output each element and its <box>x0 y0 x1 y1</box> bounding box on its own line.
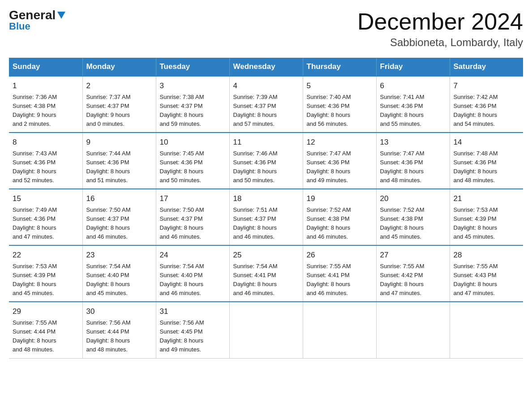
calendar-cell: 9 Sunrise: 7:44 AM Sunset: 4:36 PM Dayli… <box>82 133 156 189</box>
calendar-cell: 13 Sunrise: 7:47 AM Sunset: 4:36 PM Dayl… <box>376 133 450 189</box>
day-number: 8 <box>13 137 79 148</box>
header-wednesday: Wednesday <box>229 58 303 76</box>
day-info: Sunrise: 7:39 AM Sunset: 4:37 PM Dayligh… <box>233 93 299 129</box>
day-number: 6 <box>380 80 446 92</box>
calendar-week-row: 22 Sunrise: 7:53 AM Sunset: 4:39 PM Dayl… <box>9 245 523 302</box>
logo-blue: Blue <box>9 21 30 32</box>
calendar-cell: 16 Sunrise: 7:50 AM Sunset: 4:37 PM Dayl… <box>82 189 156 245</box>
calendar-cell <box>229 302 303 358</box>
day-number: 9 <box>86 137 152 148</box>
header-thursday: Thursday <box>303 58 376 76</box>
day-info: Sunrise: 7:42 AM Sunset: 4:36 PM Dayligh… <box>454 93 520 129</box>
day-number: 24 <box>160 249 226 261</box>
logo: General Blue <box>9 9 66 32</box>
day-info: Sunrise: 7:54 AM Sunset: 4:40 PM Dayligh… <box>86 262 152 298</box>
day-info: Sunrise: 7:54 AM Sunset: 4:41 PM Dayligh… <box>233 262 299 298</box>
day-info: Sunrise: 7:36 AM Sunset: 4:38 PM Dayligh… <box>13 93 79 129</box>
calendar-cell: 11 Sunrise: 7:46 AM Sunset: 4:36 PM Dayl… <box>229 133 303 189</box>
calendar-cell: 24 Sunrise: 7:54 AM Sunset: 4:40 PM Dayl… <box>156 245 229 302</box>
day-number: 1 <box>13 80 79 92</box>
header-friday: Friday <box>376 58 450 76</box>
day-number: 26 <box>307 249 373 261</box>
day-number: 14 <box>454 137 520 148</box>
day-number: 25 <box>233 249 299 261</box>
header-sunday: Sunday <box>9 58 82 76</box>
day-info: Sunrise: 7:41 AM Sunset: 4:36 PM Dayligh… <box>380 93 446 129</box>
day-number: 5 <box>307 80 373 92</box>
calendar-week-row: 15 Sunrise: 7:49 AM Sunset: 4:36 PM Dayl… <box>9 189 523 245</box>
calendar-week-row: 29 Sunrise: 7:55 AM Sunset: 4:44 PM Dayl… <box>9 302 523 358</box>
day-number: 18 <box>233 193 299 205</box>
calendar-cell: 28 Sunrise: 7:55 AM Sunset: 4:43 PM Dayl… <box>450 245 523 302</box>
day-info: Sunrise: 7:50 AM Sunset: 4:37 PM Dayligh… <box>86 206 152 242</box>
day-number: 19 <box>307 193 373 205</box>
day-info: Sunrise: 7:55 AM Sunset: 4:44 PM Dayligh… <box>13 318 79 355</box>
day-number: 17 <box>160 193 226 205</box>
month-title: December 2024 <box>357 9 523 34</box>
calendar-cell: 29 Sunrise: 7:55 AM Sunset: 4:44 PM Dayl… <box>9 302 82 358</box>
day-number: 12 <box>307 137 373 148</box>
day-info: Sunrise: 7:54 AM Sunset: 4:40 PM Dayligh… <box>160 262 226 298</box>
calendar-week-row: 1 Sunrise: 7:36 AM Sunset: 4:38 PM Dayli… <box>9 76 523 133</box>
day-number: 20 <box>380 193 446 205</box>
calendar-cell: 12 Sunrise: 7:47 AM Sunset: 4:36 PM Dayl… <box>303 133 376 189</box>
day-info: Sunrise: 7:56 AM Sunset: 4:44 PM Dayligh… <box>86 318 152 355</box>
calendar-cell: 23 Sunrise: 7:54 AM Sunset: 4:40 PM Dayl… <box>82 245 156 302</box>
calendar-cell: 6 Sunrise: 7:41 AM Sunset: 4:36 PM Dayli… <box>376 76 450 133</box>
calendar-cell: 4 Sunrise: 7:39 AM Sunset: 4:37 PM Dayli… <box>229 76 303 133</box>
day-info: Sunrise: 7:53 AM Sunset: 4:39 PM Dayligh… <box>13 262 79 298</box>
day-info: Sunrise: 7:48 AM Sunset: 4:36 PM Dayligh… <box>454 149 520 185</box>
location-title: Sabbioneta, Lombardy, Italy <box>357 36 523 49</box>
day-number: 30 <box>86 306 152 317</box>
day-number: 31 <box>160 306 226 317</box>
day-number: 4 <box>233 80 299 92</box>
calendar-header-row: SundayMondayTuesdayWednesdayThursdayFrid… <box>9 58 523 76</box>
day-info: Sunrise: 7:55 AM Sunset: 4:41 PM Dayligh… <box>307 262 373 298</box>
day-number: 2 <box>86 80 152 92</box>
calendar-cell: 2 Sunrise: 7:37 AM Sunset: 4:37 PM Dayli… <box>82 76 156 133</box>
day-number: 22 <box>13 249 79 261</box>
day-number: 13 <box>380 137 446 148</box>
calendar-cell: 27 Sunrise: 7:55 AM Sunset: 4:42 PM Dayl… <box>376 245 450 302</box>
logo-general: General <box>9 9 56 21</box>
calendar-cell: 7 Sunrise: 7:42 AM Sunset: 4:36 PM Dayli… <box>450 76 523 133</box>
calendar-cell: 3 Sunrise: 7:38 AM Sunset: 4:37 PM Dayli… <box>156 76 229 133</box>
day-info: Sunrise: 7:47 AM Sunset: 4:36 PM Dayligh… <box>380 149 446 185</box>
day-info: Sunrise: 7:47 AM Sunset: 4:36 PM Dayligh… <box>307 149 373 185</box>
day-info: Sunrise: 7:40 AM Sunset: 4:36 PM Dayligh… <box>307 93 373 129</box>
day-info: Sunrise: 7:44 AM Sunset: 4:36 PM Dayligh… <box>86 149 152 185</box>
calendar-cell <box>303 302 376 358</box>
logo-arrow-icon <box>56 10 66 20</box>
day-number: 27 <box>380 249 446 261</box>
day-info: Sunrise: 7:45 AM Sunset: 4:36 PM Dayligh… <box>160 149 226 185</box>
calendar-cell: 15 Sunrise: 7:49 AM Sunset: 4:36 PM Dayl… <box>9 189 82 245</box>
calendar-cell: 19 Sunrise: 7:52 AM Sunset: 4:38 PM Dayl… <box>303 189 376 245</box>
day-info: Sunrise: 7:52 AM Sunset: 4:38 PM Dayligh… <box>380 206 446 242</box>
day-number: 11 <box>233 137 299 148</box>
day-info: Sunrise: 7:52 AM Sunset: 4:38 PM Dayligh… <box>307 206 373 242</box>
day-info: Sunrise: 7:55 AM Sunset: 4:43 PM Dayligh… <box>454 262 520 298</box>
day-number: 29 <box>13 306 79 317</box>
calendar-cell: 5 Sunrise: 7:40 AM Sunset: 4:36 PM Dayli… <box>303 76 376 133</box>
day-info: Sunrise: 7:46 AM Sunset: 4:36 PM Dayligh… <box>233 149 299 185</box>
calendar-cell: 1 Sunrise: 7:36 AM Sunset: 4:38 PM Dayli… <box>9 76 82 133</box>
day-number: 16 <box>86 193 152 205</box>
calendar-week-row: 8 Sunrise: 7:43 AM Sunset: 4:36 PM Dayli… <box>9 133 523 189</box>
title-section: December 2024 Sabbioneta, Lombardy, Ital… <box>357 9 523 49</box>
calendar-cell: 17 Sunrise: 7:50 AM Sunset: 4:37 PM Dayl… <box>156 189 229 245</box>
calendar-cell: 25 Sunrise: 7:54 AM Sunset: 4:41 PM Dayl… <box>229 245 303 302</box>
day-info: Sunrise: 7:55 AM Sunset: 4:42 PM Dayligh… <box>380 262 446 298</box>
calendar-cell: 8 Sunrise: 7:43 AM Sunset: 4:36 PM Dayli… <box>9 133 82 189</box>
calendar-cell <box>376 302 450 358</box>
day-info: Sunrise: 7:56 AM Sunset: 4:45 PM Dayligh… <box>160 318 226 355</box>
day-info: Sunrise: 7:49 AM Sunset: 4:36 PM Dayligh… <box>13 206 79 242</box>
day-info: Sunrise: 7:50 AM Sunset: 4:37 PM Dayligh… <box>160 206 226 242</box>
calendar-cell: 22 Sunrise: 7:53 AM Sunset: 4:39 PM Dayl… <box>9 245 82 302</box>
calendar-cell: 18 Sunrise: 7:51 AM Sunset: 4:37 PM Dayl… <box>229 189 303 245</box>
day-number: 10 <box>160 137 226 148</box>
calendar-cell: 26 Sunrise: 7:55 AM Sunset: 4:41 PM Dayl… <box>303 245 376 302</box>
day-info: Sunrise: 7:53 AM Sunset: 4:39 PM Dayligh… <box>454 206 520 242</box>
day-info: Sunrise: 7:43 AM Sunset: 4:36 PM Dayligh… <box>13 149 79 185</box>
page-header: General Blue December 2024 Sabbioneta, L… <box>9 9 523 49</box>
calendar-cell: 20 Sunrise: 7:52 AM Sunset: 4:38 PM Dayl… <box>376 189 450 245</box>
